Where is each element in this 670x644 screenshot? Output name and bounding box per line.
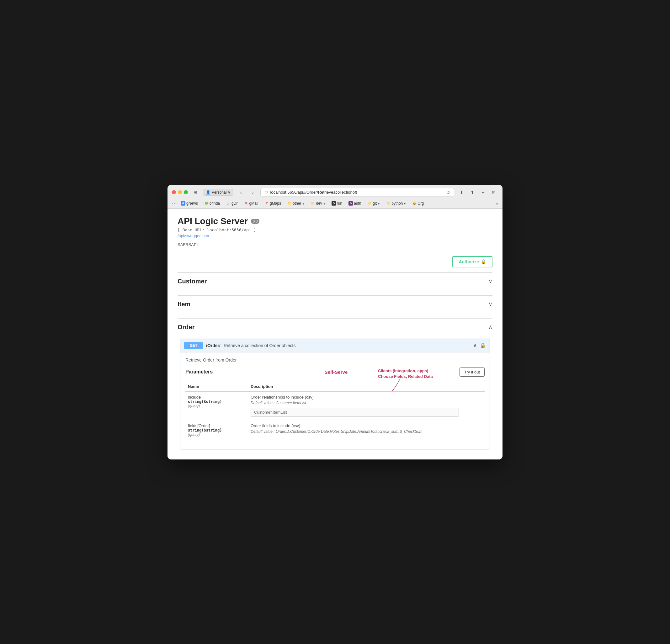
browser-action-buttons: ⬇ ⬆ + ⊡	[457, 188, 498, 197]
get-order-endpoint: GET /Order/ Retrieve a collection of Ord…	[180, 339, 490, 449]
authorize-row: Authorize 🔓	[177, 251, 493, 267]
bookmark-auth[interactable]: ⚙ auth	[346, 200, 363, 206]
org-label: Org	[417, 201, 424, 206]
version-badge: 0.0	[251, 219, 259, 224]
gmail-label: gMail	[249, 201, 258, 206]
sidebar-toggle-button[interactable]: ⊞	[191, 188, 200, 197]
shield-icon: 🛡	[265, 190, 268, 195]
retrieve-label: Retrieve Order from Order	[185, 357, 485, 363]
new-tab-button[interactable]: +	[479, 188, 487, 197]
browser-chrome: ⊞ 👤 Personal ∨ ‹ › 🛡 localhost:5656/api#…	[168, 185, 502, 209]
param-description-fields: Order fields to include (csv)	[251, 423, 482, 428]
bookmark-gnews[interactable]: G gNews	[179, 200, 200, 206]
param-name-include: include	[188, 395, 245, 399]
back-button[interactable]: ‹	[237, 188, 245, 197]
params-title: Parameters	[185, 369, 213, 375]
lock-icon: 🔓	[481, 259, 486, 264]
refresh-icon[interactable]: ↺	[446, 190, 450, 195]
authorize-label: Authorize	[459, 259, 479, 264]
bookmarks-bar: ⋯ G gNews 🍀 orinda △ gDr M gMail 📍 gMaps	[172, 199, 498, 208]
profile-label: Personal	[212, 190, 227, 195]
gdr-icon: △	[226, 201, 230, 206]
endpoint-description: Retrieve a collection of Order objects	[224, 343, 470, 348]
orinda-icon: 🍀	[204, 201, 209, 206]
order-section-header[interactable]: Order ∧	[177, 318, 493, 336]
github-icon: 🐱	[412, 201, 417, 206]
other-chevron-icon: ∨	[302, 202, 304, 205]
gmail-icon: M	[244, 201, 248, 206]
git-chevron-icon: ∨	[378, 202, 380, 205]
order-chevron-icon: ∧	[488, 324, 493, 330]
run-label: run	[337, 201, 342, 206]
apps-icon[interactable]: ⋯	[172, 200, 177, 207]
share-button[interactable]: ⬆	[468, 188, 477, 197]
bookmark-git[interactable]: 📁 git ∨	[365, 200, 383, 206]
api-title-text: API Logic Server	[177, 216, 248, 226]
auth-label: auth	[354, 201, 361, 206]
param-location-fields: (query)	[188, 433, 245, 437]
self-serve-label: Self-Serve	[325, 369, 348, 375]
bookmark-gmaps[interactable]: 📍 gMaps	[262, 200, 283, 206]
gnews-icon: G	[181, 201, 185, 206]
bookmark-org[interactable]: 🐱 Org	[410, 200, 426, 206]
base-url: [ Base URL: localhost:5656/api ]	[177, 227, 493, 232]
bookmark-other[interactable]: 📁 other ∨	[285, 200, 306, 206]
table-row: fields[Order] string($string) (query) Or…	[185, 420, 485, 440]
more-bookmarks-icon[interactable]: »	[496, 201, 498, 206]
tabs-button[interactable]: ⊡	[489, 188, 498, 197]
param-location-include: (query)	[188, 404, 245, 408]
folder-other-icon: 📁	[287, 201, 292, 206]
folder-dev-icon: 📁	[310, 201, 315, 206]
profile-button[interactable]: 👤 Personal ∨	[203, 189, 233, 196]
col-name-header: Name	[185, 382, 248, 392]
orinda-label: orinda	[210, 201, 220, 206]
customer-section-header[interactable]: Customer ∨	[177, 273, 493, 290]
api-title-row: API Logic Server 0.0	[177, 216, 493, 226]
endpoint-lock-icon: 🔒	[480, 342, 486, 349]
authorize-button[interactable]: Authorize 🔓	[452, 256, 493, 267]
browser-window: ⊞ 👤 Personal ∨ ‹ › 🛡 localhost:5656/api#…	[168, 185, 502, 459]
download-button[interactable]: ⬇	[457, 188, 466, 197]
param-default-fields: Default value : OrderID,CustomerID,Order…	[251, 429, 482, 434]
param-description-include: Order relationships to include (csv)	[251, 395, 482, 399]
gnews-label: gNews	[186, 201, 198, 206]
bookmark-dev[interactable]: 📁 dev ∨	[308, 200, 327, 206]
url-text: localhost:5656/api#/Order/Retrieveacolle…	[270, 190, 357, 195]
close-button[interactable]	[172, 190, 176, 194]
param-name-cell: include string($string) (query)	[185, 391, 248, 420]
method-badge: GET	[184, 342, 203, 349]
item-chevron-icon: ∨	[488, 301, 493, 307]
run-icon: ⚙	[332, 201, 336, 206]
customer-chevron-icon: ∨	[488, 278, 493, 285]
param-name-cell-fields: fields[Order] string($string) (query)	[185, 420, 248, 440]
folder-git-icon: 📁	[367, 201, 372, 206]
endpoint-header[interactable]: GET /Order/ Retrieve a collection of Ord…	[180, 339, 490, 352]
git-label: git	[373, 201, 377, 206]
item-section-header[interactable]: Item ∨	[177, 295, 493, 313]
browser-titlebar: ⊞ 👤 Personal ∨ ‹ › 🛡 localhost:5656/api#…	[172, 188, 498, 197]
address-bar[interactable]: 🛡 localhost:5656/api#/Order/Retrieveacol…	[260, 188, 454, 197]
maximize-button[interactable]	[184, 190, 188, 194]
dev-label: dev	[316, 201, 322, 206]
bookmark-orinda[interactable]: 🍀 orinda	[202, 200, 222, 206]
gmaps-label: gMaps	[270, 201, 281, 206]
param-input-include[interactable]	[251, 408, 459, 417]
profile-icon: 👤	[206, 190, 211, 195]
bookmark-gdr[interactable]: △ gDr	[224, 200, 240, 206]
endpoint-body: Retrieve Order from Order Parameters Sel…	[180, 352, 490, 449]
gmaps-icon: 📍	[265, 201, 269, 206]
minimize-button[interactable]	[178, 190, 182, 194]
folder-python-icon: 📁	[386, 201, 390, 206]
bookmark-python[interactable]: 📁 python ∨	[384, 200, 408, 206]
param-desc-cell-include: Order relationships to include (csv) Def…	[248, 391, 485, 420]
swagger-link[interactable]: /api/swagger.json	[177, 234, 209, 238]
profile-chevron-icon: ∨	[228, 190, 230, 195]
param-type-fields: string($string)	[188, 428, 245, 433]
bookmark-gmail[interactable]: M gMail	[242, 200, 260, 206]
table-row: include string($string) (query) Order re…	[185, 391, 485, 420]
annotation-svg: Clients (integration, apps) Choose Field…	[359, 366, 485, 391]
dev-chevron-icon: ∨	[323, 202, 325, 205]
forward-button[interactable]: ›	[249, 188, 257, 197]
bookmark-run[interactable]: ⚙ run	[329, 200, 345, 206]
customer-section-title: Customer	[177, 278, 207, 285]
